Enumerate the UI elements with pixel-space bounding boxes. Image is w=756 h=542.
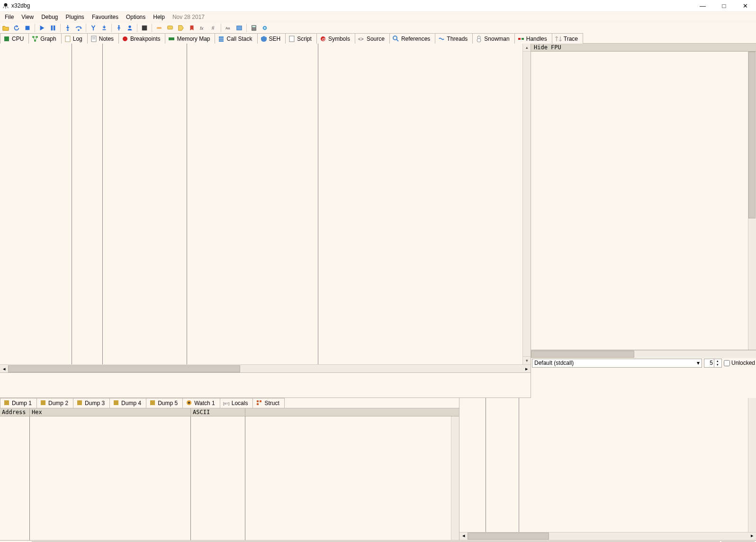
dump-header-address[interactable]: Address bbox=[0, 408, 30, 416]
menu-view[interactable]: View bbox=[18, 12, 37, 22]
arg-count-input[interactable] bbox=[704, 360, 714, 366]
tab-watch-1[interactable]: Watch 1 bbox=[182, 398, 220, 408]
tab-seh[interactable]: SEH bbox=[257, 33, 286, 44]
menu-help[interactable]: Help bbox=[149, 12, 169, 22]
restart-icon[interactable] bbox=[12, 23, 21, 33]
calling-convention-dropdown[interactable]: Default (stdcall)▾ bbox=[532, 359, 702, 368]
labels-icon[interactable] bbox=[176, 23, 186, 33]
dump-header-hex[interactable]: Hex bbox=[30, 408, 191, 416]
registers-vertical-scrollbar[interactable] bbox=[748, 52, 756, 350]
menu-file[interactable]: File bbox=[1, 12, 18, 22]
disasm-horizontal-scrollbar[interactable]: ◂ ▸ bbox=[0, 364, 531, 372]
tab-label: Struct bbox=[264, 400, 279, 406]
tab-graph[interactable]: Graph bbox=[28, 33, 61, 44]
dump-vertical-scrollbar[interactable] bbox=[451, 416, 459, 540]
scroll-right-icon[interactable]: ▸ bbox=[748, 533, 756, 540]
tab-breakpoints[interactable]: Breakpoints bbox=[118, 33, 165, 44]
trace-over-icon[interactable] bbox=[99, 23, 109, 33]
tab-dump-4[interactable]: Dump 4 bbox=[109, 398, 146, 408]
open-file-icon[interactable] bbox=[1, 23, 10, 33]
disasm-vertical-scrollbar[interactable]: ▴ ▾ bbox=[522, 44, 531, 364]
menu-options[interactable]: Options bbox=[122, 12, 149, 22]
hide-fpu-button[interactable]: Hide FPU bbox=[531, 44, 756, 52]
menu-favourites[interactable]: Favourites bbox=[88, 12, 122, 22]
tab-label: Snowman bbox=[484, 36, 509, 42]
tab-log[interactable]: Log bbox=[61, 33, 88, 44]
svg-rect-13 bbox=[168, 26, 173, 29]
stack-panel: ◂ ▸ bbox=[459, 398, 756, 540]
minimize-button[interactable]: — bbox=[692, 0, 713, 11]
tab-threads[interactable]: Threads bbox=[435, 33, 473, 44]
tab-dump-1[interactable]: Dump 1 bbox=[0, 398, 37, 408]
tab-dump-5[interactable]: Dump 5 bbox=[146, 398, 183, 408]
dump-icon bbox=[40, 399, 46, 407]
svg-rect-32 bbox=[219, 36, 224, 38]
stepper-down-icon[interactable]: ▾ bbox=[714, 363, 721, 367]
tab-symbols[interactable]: @Symbols bbox=[316, 33, 355, 44]
tab-source[interactable]: <>Source bbox=[355, 33, 390, 44]
strings-icon[interactable]: Aa bbox=[224, 23, 233, 33]
toolbar-separator bbox=[137, 24, 137, 32]
stop-icon[interactable] bbox=[23, 23, 32, 33]
dump-view[interactable] bbox=[0, 416, 459, 540]
tab-dump-2[interactable]: Dump 2 bbox=[36, 398, 73, 408]
tab-label: Script bbox=[297, 36, 312, 42]
tab-label: Dump 5 bbox=[158, 400, 178, 406]
tab-handles[interactable]: Handles bbox=[514, 33, 552, 44]
svg-rect-19 bbox=[252, 26, 256, 27]
stack-address-column bbox=[459, 398, 486, 532]
tab-script[interactable]: Script bbox=[285, 33, 317, 44]
svg-rect-26 bbox=[65, 36, 70, 42]
variables-icon[interactable]: # bbox=[209, 23, 218, 33]
functions-icon[interactable]: fx bbox=[198, 23, 207, 33]
close-button[interactable]: ✕ bbox=[735, 0, 756, 11]
menu-plugins[interactable]: Plugins bbox=[62, 12, 88, 22]
scroll-thumb[interactable] bbox=[748, 52, 756, 218]
tab-notes[interactable]: Notes bbox=[87, 33, 119, 44]
settings-icon[interactable] bbox=[260, 23, 270, 33]
stepper-up-icon[interactable]: ▴ bbox=[714, 359, 721, 363]
tab-locals[interactable]: [x=]Locals bbox=[220, 398, 253, 408]
run-to-user-icon[interactable] bbox=[125, 23, 135, 33]
tab-snowman[interactable]: Snowman bbox=[472, 33, 514, 44]
tab-cpu[interactable]: CPU bbox=[0, 33, 29, 44]
stack-horizontal-scrollbar[interactable]: ◂ ▸ bbox=[459, 532, 756, 540]
menu-debug[interactable]: Debug bbox=[37, 12, 62, 22]
step-out-icon[interactable] bbox=[114, 23, 124, 33]
unlocked-checkbox[interactable]: Unlocked bbox=[724, 360, 755, 366]
calls-icon[interactable] bbox=[234, 23, 244, 33]
arg-count-stepper[interactable]: ▴▾ bbox=[704, 359, 722, 368]
trace-into-icon[interactable] bbox=[89, 23, 98, 33]
scroll-thumb[interactable] bbox=[531, 351, 634, 358]
tab-memory-map[interactable]: Memory Map bbox=[165, 33, 215, 44]
calculator-icon[interactable] bbox=[249, 23, 259, 33]
tab-trace[interactable]: Trace bbox=[552, 33, 583, 44]
run-icon[interactable] bbox=[37, 23, 47, 33]
maximize-button[interactable]: □ bbox=[713, 0, 735, 11]
registers-horizontal-scrollbar[interactable] bbox=[531, 350, 756, 358]
bookmarks-icon[interactable] bbox=[187, 23, 197, 33]
patches-icon[interactable] bbox=[154, 23, 164, 33]
scroll-thumb[interactable] bbox=[468, 533, 549, 540]
scroll-down-icon[interactable]: ▾ bbox=[523, 356, 531, 364]
pause-icon[interactable] bbox=[48, 23, 58, 33]
scroll-up-icon[interactable]: ▴ bbox=[523, 44, 531, 52]
scroll-right-icon[interactable]: ▸ bbox=[522, 366, 531, 372]
stack-vertical-scrollbar[interactable] bbox=[748, 398, 756, 532]
registers-view[interactable] bbox=[531, 52, 756, 350]
scroll-left-icon[interactable]: ◂ bbox=[459, 533, 468, 540]
step-into-icon[interactable] bbox=[63, 23, 72, 33]
unlocked-checkbox-input[interactable] bbox=[724, 360, 730, 366]
tab-struct[interactable]: Struct bbox=[252, 398, 284, 408]
tab-dump-3[interactable]: Dump 3 bbox=[73, 398, 110, 408]
scroll-thumb[interactable] bbox=[8, 365, 240, 372]
tab-references[interactable]: References bbox=[389, 33, 435, 44]
comments-icon[interactable] bbox=[165, 23, 175, 33]
tab-call-stack[interactable]: Call Stack bbox=[215, 33, 257, 44]
svg-point-30 bbox=[123, 36, 127, 41]
step-over-icon[interactable] bbox=[74, 23, 83, 33]
scroll-left-icon[interactable]: ◂ bbox=[0, 366, 8, 372]
scylla-icon[interactable] bbox=[140, 23, 149, 33]
stack-view[interactable] bbox=[459, 398, 756, 532]
dump-header-ascii[interactable]: ASCII bbox=[191, 408, 245, 416]
